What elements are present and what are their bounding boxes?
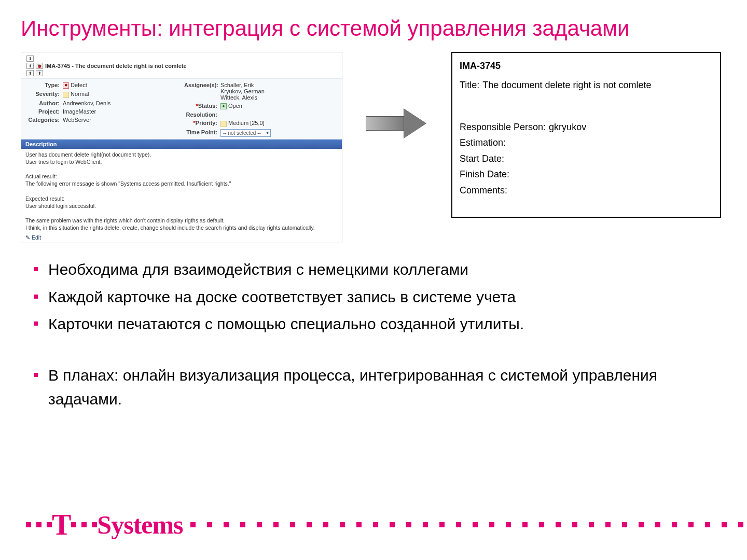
bug-icon: 🐞 [36, 63, 43, 69]
bullet-list: Необходима для взаимодействия с немецким… [0, 243, 747, 412]
status-value: ●Open [220, 103, 242, 109]
bullet-1: Необходима для взаимодействия с немецким… [34, 258, 716, 282]
priority-label: *Priority: [184, 120, 220, 126]
card-start-label: Start Date: [460, 151, 504, 167]
tree-child-icon-2: ⬆ [36, 70, 43, 76]
resolution-label: Resolution: [184, 111, 220, 118]
bullet-3: Карточки печатаются с помощью специально… [34, 312, 716, 337]
bullet-2: Каждой карточке на доске соответствует з… [34, 285, 716, 310]
tracker-header: ⬆ ⬆ 🐞 IMA-3745 - The document delete rig… [21, 52, 342, 78]
issue-breadcrumb: IMA-3745 - The document delete right is … [45, 63, 187, 69]
type-label: Type: [26, 82, 63, 88]
description-body: User has document delete right(not docum… [21, 149, 342, 234]
status-open-icon: ● [220, 103, 227, 109]
timepoint-label: Time Point: [184, 129, 220, 135]
status-label: *Status: [184, 103, 220, 109]
defect-icon: ✖ [63, 82, 69, 89]
footer-logo: T Systems [26, 508, 726, 541]
systems-logo-text: Systems [97, 510, 183, 540]
logo-dots-mid [71, 522, 97, 527]
card-responsible-value: gkryukov [549, 119, 586, 135]
card-title-value: The document delete right is not comlete [482, 77, 651, 93]
author-label: Author: [26, 100, 63, 106]
tree-child-icon: ⬆ [26, 70, 34, 76]
edit-link[interactable]: ✎ Edit [21, 233, 45, 243]
content-row: ⬆ ⬆ 🐞 IMA-3745 - The document delete rig… [0, 52, 747, 243]
timepoint-select[interactable]: -- not selected -- [220, 129, 271, 137]
project-label: Project: [26, 108, 63, 115]
tree-node-icon: ⬆ [26, 63, 34, 69]
categories-label: Categories: [26, 117, 63, 123]
logo-dots-left [26, 522, 52, 527]
field-grid: Type: ✖Defect Severity: Normal Author: A… [21, 78, 342, 139]
card-responsible-label: Responsible Person: [460, 119, 546, 135]
logo-dots-right [190, 522, 747, 527]
arrow-graphic [348, 52, 446, 139]
severity-label: Severity: [26, 91, 63, 97]
card-comments-label: Comments: [460, 183, 507, 199]
card-title-label: Title: [460, 77, 479, 93]
type-value: ✖Defect [63, 82, 87, 89]
bullet-4: В планах: онлайн визуализация процесса, … [34, 363, 716, 412]
categories-value: WebServer [63, 117, 91, 123]
priority-value: Medium [25,0] [220, 120, 265, 127]
t-logo-glyph: T [52, 508, 71, 541]
assignee-label: Assignee(s): [184, 82, 220, 88]
card-finish-label: Finish Date: [460, 166, 509, 183]
card-estimation-label: Estimation: [460, 135, 506, 151]
assignee-value: Schaller, Erik Kryukov, German Witteck, … [220, 82, 265, 101]
card-id: IMA-3745 [460, 58, 713, 74]
severity-value: Normal [63, 91, 89, 97]
issue-tracker-panel: ⬆ ⬆ 🐞 IMA-3745 - The document delete rig… [21, 52, 342, 243]
project-value: ImageMaster [63, 108, 96, 115]
author-value: Andreenkov, Denis [63, 100, 110, 106]
task-card-panel: IMA-3745 Title: The document delete righ… [451, 52, 721, 218]
slide-title: Инструменты: интеграция с системой управ… [0, 0, 747, 52]
pencil-icon: ✎ [25, 234, 30, 241]
severity-icon [63, 92, 69, 98]
priority-icon [220, 121, 227, 127]
description-header: Description [21, 139, 342, 149]
tree-up-icon: ⬆ [26, 55, 34, 62]
